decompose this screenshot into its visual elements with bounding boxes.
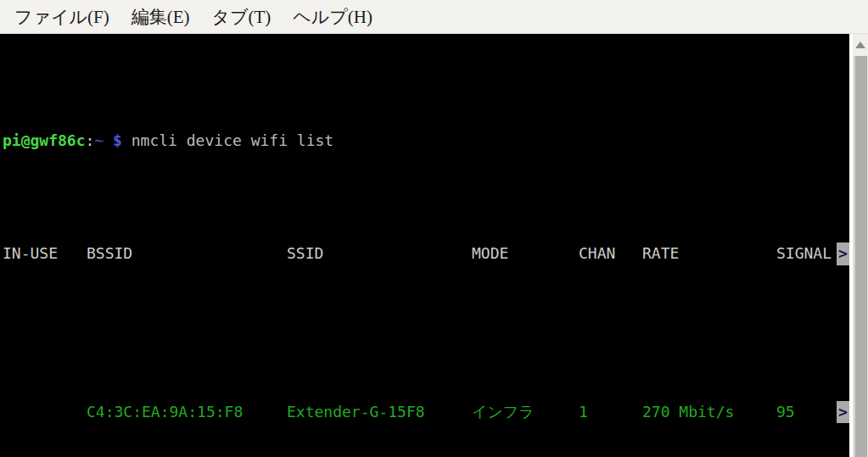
wifi-table-rows: C4:3C:EA:9A:15:F8 Extender-G-15F8 インフラ 1… [3, 355, 849, 457]
menu-item-tabs[interactable]: タブ(T) [211, 5, 271, 29]
cell-ssid: Extender-G-15F8 [287, 401, 472, 424]
vertical-scrollbar[interactable] [853, 34, 868, 457]
cell-mode: インフラ [472, 401, 579, 424]
header-ssid: SSID [287, 242, 472, 265]
scrollbar-up-arrow-button[interactable] [853, 34, 868, 56]
typed-command-text: nmcli device wifi list [132, 130, 333, 153]
menu-item-edit[interactable]: 編集(E) [132, 5, 190, 29]
prompt-path: ~ [94, 130, 104, 153]
cell-bssid: C4:3C:EA:9A:15:F8 [87, 401, 287, 424]
scrollbar-thumb[interactable] [854, 56, 867, 457]
header-bssid: BSSID [87, 242, 287, 265]
line-truncation-marker: > [837, 242, 849, 265]
prompt-colon: : [86, 130, 95, 153]
prompt-dollar-sign: $ [113, 130, 122, 153]
header-in-use: IN-USE [3, 242, 87, 265]
wifi-table-row: C4:3C:EA:9A:15:F8 Extender-G-15F8 インフラ 1… [3, 401, 849, 424]
prompt-user-host: pi@gwf86c [3, 130, 86, 153]
terminal-command-line: pi@gwf86c:~ $ nmcli device wifi list [3, 130, 849, 153]
header-rate: RATE [642, 242, 776, 265]
menu-item-help[interactable]: ヘルプ(H) [293, 5, 372, 29]
cell-rate: 270 Mbit/s [642, 401, 776, 424]
header-chan: CHAN [579, 242, 642, 265]
cell-signal: 95 [776, 401, 837, 424]
terminal-output-area[interactable]: pi@gwf86c:~ $ nmcli device wifi list IN-… [0, 34, 849, 457]
menu-item-file[interactable]: ファイル(F) [14, 5, 109, 29]
cell-chan: 1 [579, 401, 642, 424]
menu-bar: ファイル(F) 編集(E) タブ(T) ヘルプ(H) [0, 0, 868, 34]
header-signal: SIGNAL [776, 242, 837, 265]
line-truncation-marker: > [837, 401, 849, 424]
prompt-dollar [104, 130, 113, 153]
typed-command [122, 130, 132, 153]
header-mode: MODE [472, 242, 579, 265]
cell-in-use [3, 401, 87, 424]
wifi-table-header-row: IN-USE BSSID SSID MODE CHAN RATE SIGNAL … [3, 242, 849, 265]
up-arrow-icon [855, 42, 865, 48]
